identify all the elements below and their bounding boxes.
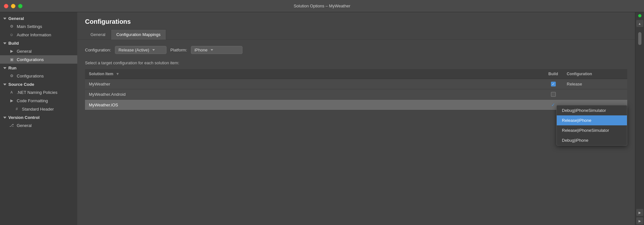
maximize-button[interactable] [18,4,23,8]
col-header-configuration: Configuration [563,69,627,79]
dropdown-item-label: Release|iPhoneSimulator [562,128,609,133]
scrollbar-track [638,29,642,207]
sidebar-item-vc-general[interactable]: ⎇ General [0,121,77,130]
window-controls [4,4,23,8]
sidebar: General ⚙ Main Settings ☺ Author Informa… [0,12,77,225]
scroll-right-button-1[interactable]: ▶ [636,209,643,216]
grid-icon: ▣ [9,57,14,62]
sidebar-item-run-configurations[interactable]: ⚙ Configurations [0,72,77,80]
dropdown-menu: Debug|iPhoneSimulator Release|iPhone Rel… [556,105,627,146]
sidebar-item-author-info-label: Author Information [17,32,51,37]
tab-content-configuration-mappings: Configuration: Release (Active) Platform… [77,40,635,225]
chevron-down-icon [3,18,6,20]
sidebar-item-standard-header-label: Standard Header [22,107,54,112]
scroll-right-button-2[interactable]: ▶ [636,217,643,224]
sidebar-item-main-settings[interactable]: ⚙ Main Settings [0,22,77,31]
build-checkbox[interactable] [551,92,556,97]
tab-configuration-mappings[interactable]: Configuration Mappings [111,29,166,40]
platform-value: iPhone [194,48,207,52]
dropdown-arrow-icon [152,49,155,51]
text-icon: A [9,90,14,95]
sidebar-item-run-configurations-label: Configurations [17,74,44,78]
sidebar-item-code-formatting-label: Code Formatting [17,98,48,103]
sidebar-item-configurations[interactable]: ▣ Configurations [0,55,77,64]
sidebar-section-run: Run ⚙ Configurations [0,64,77,80]
cell-solution-item: MyWeather.iOS [85,100,544,110]
col-header-build: Build [544,69,563,79]
titlebar: Solution Options – MyWeather [0,0,644,12]
minimize-button[interactable] [11,4,15,8]
config-table: Solution Item ▼ Build Configuration [85,69,627,110]
sidebar-group-build[interactable]: Build [0,40,77,47]
sidebar-item-build-general-label: General [17,49,32,54]
config-table-container: Solution Item ▼ Build Configuration [85,69,627,110]
sidebar-group-run[interactable]: Run [0,64,77,72]
sidebar-section-source-code: Source Code A .NET Naming Policies ▶ Cod… [0,81,77,113]
sidebar-section-version-control: Version Control ⎇ General [0,114,77,130]
dropdown-item-release-iphone[interactable]: Release|iPhone [557,115,627,125]
platform-label: Platform: [170,48,187,52]
sidebar-group-general[interactable]: General [0,15,77,22]
sidebar-item-vc-general-label: General [17,123,32,128]
chevron-down-icon [3,67,6,69]
sidebar-section-general: General ⚙ Main Settings ☺ Author Informa… [0,15,77,39]
triangle-right-icon: ▶ [9,49,14,54]
page-title: Configurations [85,18,627,25]
chevron-down-icon [3,84,6,86]
main-container: General ⚙ Main Settings ☺ Author Informa… [0,12,644,225]
configuration-dropdown[interactable]: Release (Active) [115,46,166,54]
status-indicator [638,14,641,17]
sidebar-group-general-label: General [8,16,24,21]
config-dropdown-menu: Debug|iPhoneSimulator Release|iPhone Rel… [556,105,627,146]
content-area: Configurations General Configuration Map… [77,12,635,225]
sidebar-group-version-control[interactable]: Version Control [0,114,77,121]
tab-general[interactable]: General [85,29,111,40]
dropdown-item-release-iphone-sim[interactable]: Release|iPhoneSimulator [557,125,627,135]
sidebar-item-naming-policies[interactable]: A .NET Naming Policies [0,88,77,96]
content-header: Configurations [77,12,635,29]
smiley-icon: ☺ [9,32,14,37]
platform-dropdown[interactable]: iPhone [191,46,242,54]
close-button[interactable] [4,4,8,8]
cell-build[interactable] [544,89,563,100]
dropdown-arrow-icon [211,49,213,51]
scroll-up-button[interactable]: ▲ [636,20,643,27]
dropdown-item-debug-iphone[interactable]: Debug|iPhone [557,135,627,145]
sidebar-item-naming-policies-label: .NET Naming Policies [17,90,57,95]
table-row[interactable]: MyWeather Release [85,79,627,89]
sidebar-item-configurations-label: Configurations [17,57,44,62]
sidebar-item-author-info[interactable]: ☺ Author Information [0,31,77,39]
cell-configuration: Release [563,79,627,89]
sidebar-item-main-settings-label: Main Settings [17,24,42,29]
dropdown-item-label: Debug|iPhone [562,138,588,143]
table-row[interactable]: MyWeather.iOS ✓ [85,100,627,110]
sidebar-group-version-control-label: Version Control [8,115,40,120]
branch-icon: ⎇ [9,123,14,128]
scrollbar-thumb[interactable] [638,32,641,45]
table-description: Select a target configuration for each s… [85,60,627,65]
cell-solution-item: MyWeather [85,79,544,89]
dropdown-item-debug-iphone-sim[interactable]: Debug|iPhoneSimulator [557,105,627,115]
sidebar-group-source-code[interactable]: Source Code [0,81,77,88]
gear-icon: ⚙ [9,24,14,29]
sidebar-item-build-general[interactable]: ▶ General [0,47,77,55]
sort-arrow-icon: ▼ [116,72,119,76]
table-row[interactable]: MyWeather.Android [85,89,627,100]
chevron-down-icon [3,117,6,119]
config-row: Configuration: Release (Active) Platform… [85,46,627,54]
sidebar-group-build-label: Build [8,41,19,46]
dropdown-item-label: Release|iPhone [562,118,592,123]
chevron-down-icon [3,42,6,44]
cell-build[interactable] [544,79,563,89]
build-checkbox[interactable] [551,82,556,86]
sidebar-item-standard-header[interactable]: # Standard Header [0,105,77,113]
tabs-bar: General Configuration Mappings [77,29,635,40]
configuration-value: Release (Active) [118,48,149,52]
checkmark-icon: ✓ [551,102,555,107]
sidebar-item-code-formatting[interactable]: ▶ Code Formatting [0,96,77,105]
table-header-row: Solution Item ▼ Build Configuration [85,69,627,79]
cell-configuration [563,89,627,100]
sidebar-group-source-code-label: Source Code [8,82,34,87]
sidebar-section-build: Build ▶ General ▣ Configurations [0,40,77,64]
config-label: Configuration: [85,48,111,52]
